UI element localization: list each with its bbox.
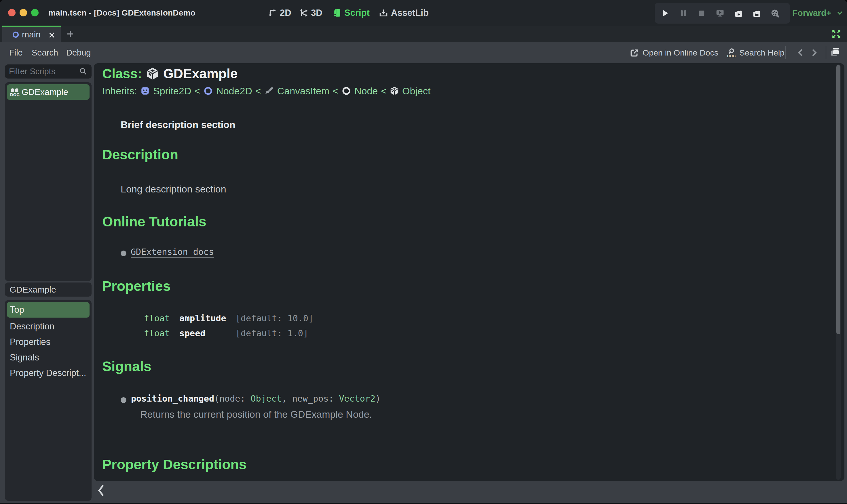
member-item-label: Properties [10, 334, 50, 350]
workspace-tab-script[interactable]: Script [332, 0, 370, 25]
stop-button[interactable] [695, 7, 708, 20]
menu-debug-label: Debug [66, 48, 91, 57]
history-forward-button[interactable] [808, 47, 819, 58]
property-type[interactable]: float [134, 313, 170, 323]
window-controls [8, 9, 39, 16]
documentation-icon: DOC [10, 87, 20, 97]
menu-file-label: File [9, 48, 23, 57]
workspace-assetlib-label: AssetLib [391, 8, 429, 18]
inherits-label: Inherits: [102, 86, 137, 97]
open-in-online-docs-button[interactable]: Open in Online Docs [629, 42, 718, 64]
inherits-link-node2d[interactable]: Node2D [216, 86, 252, 97]
workspace-tab-assetlib[interactable]: AssetLib [379, 0, 429, 25]
signal-arg1-type[interactable]: Object [250, 394, 281, 403]
tutorial-link[interactable]: GDExtension docs [131, 247, 214, 258]
chevron-down-icon [836, 9, 844, 17]
menu-file[interactable]: File [9, 42, 23, 64]
toolbar-separator [785, 46, 786, 59]
add-scene-tab-button[interactable] [66, 29, 75, 39]
property-name[interactable]: speed [179, 328, 205, 338]
member-item-description[interactable]: Description [7, 319, 89, 334]
filter-scripts-input[interactable]: Filter Scripts [5, 65, 91, 78]
property-name[interactable]: amplitude [179, 313, 226, 323]
movie-maker-button[interactable] [769, 7, 781, 20]
node-icon [342, 86, 351, 96]
script-item-label: GDExample [22, 84, 68, 100]
inherits-link-node[interactable]: Node [355, 86, 378, 97]
sprite2d-icon [140, 86, 150, 96]
scene-tab-label: main [22, 30, 40, 39]
member-item-properties[interactable]: Properties [7, 334, 89, 350]
member-item-signals[interactable]: Signals [7, 350, 89, 365]
script-editor-menu-bar: File Search Debug Open in Online Docs DO… [0, 42, 847, 64]
inherits-link-object[interactable]: Object [402, 86, 430, 97]
play-button[interactable] [659, 7, 671, 20]
inherits-separator: < [381, 86, 387, 97]
minimize-window-button[interactable] [20, 9, 27, 16]
script-icon [332, 8, 342, 18]
close-tab-icon[interactable] [48, 31, 56, 39]
svg-text:DOC: DOC [727, 54, 736, 58]
scene-root-icon [12, 31, 20, 39]
class-title: Class: GDExample [102, 65, 238, 83]
inherits-link-canvasitem[interactable]: CanvasItem [277, 86, 329, 97]
play-icon [660, 8, 670, 18]
external-link-icon [629, 48, 639, 58]
pause-button[interactable] [677, 7, 690, 20]
long-description: Long description section [121, 183, 226, 195]
section-heading-property-descriptions: Property Descriptions [102, 456, 246, 472]
run-bar [655, 3, 790, 23]
workspace-tab-3d[interactable]: 3D [299, 0, 323, 25]
zoom-window-button[interactable] [31, 9, 39, 16]
scene-tab-main[interactable]: main [2, 25, 61, 42]
pause-icon [679, 8, 688, 18]
rendering-method-label: Forward+ [792, 8, 831, 18]
doc-search-icon: DOC [726, 48, 737, 58]
inherits-separator: < [194, 86, 200, 97]
section-heading-properties: Properties [102, 278, 170, 294]
inherits-line: Inherits: Sprite2D < Node2D < [102, 84, 430, 98]
script-item-gdexample[interactable]: DOC GDExample [7, 84, 89, 100]
play-remote-icon [715, 8, 725, 18]
members-overview-class-name: GDExample [10, 283, 56, 296]
scene-tab-bar: main [0, 25, 847, 42]
workspace-script-label: Script [344, 8, 370, 18]
filter-scripts-placeholder: Filter Scripts [9, 65, 55, 78]
section-heading-tutorials: Online Tutorials [102, 214, 206, 230]
scripts-panel-toggle-icon[interactable] [830, 47, 840, 57]
3d-icon [299, 8, 308, 18]
members-overview-list: Top Description Properties Signals Prope… [5, 300, 91, 501]
rendering-method-dropdown[interactable]: Forward+ [792, 0, 844, 25]
signal-description: Returns the current position of the GDEx… [140, 409, 372, 420]
workspace-tab-2d[interactable]: 2D [268, 0, 291, 25]
signal-name[interactable]: position_changed [131, 394, 214, 403]
window-title: main.tscn - [Docs] GDExtensionDemo [48, 0, 195, 25]
member-item-top[interactable]: Top [7, 302, 89, 318]
menu-search[interactable]: Search [32, 42, 58, 64]
menu-debug[interactable]: Debug [66, 42, 91, 64]
inherits-link-sprite2d[interactable]: Sprite2D [153, 86, 191, 97]
svg-text:DOC: DOC [10, 92, 20, 97]
distraction-free-mode-button[interactable] [831, 29, 841, 39]
member-item-label: Signals [10, 350, 39, 365]
toolbar-separator-2 [826, 46, 826, 59]
search-help-label: Search Help [739, 48, 784, 57]
signal-arg2-type[interactable]: Vector2 [339, 394, 375, 403]
section-heading-signals: Signals [102, 358, 152, 374]
history-back-button[interactable] [795, 47, 806, 58]
movie-maker-icon [771, 8, 780, 18]
property-type[interactable]: float [134, 328, 170, 338]
script-editor-workspace: Filter Scripts DOC GDExample GDExample T… [0, 64, 847, 503]
play-scene-button[interactable] [732, 7, 745, 20]
doc-scrollbar-grabber[interactable] [836, 65, 841, 334]
play-custom-scene-icon [752, 8, 761, 18]
signal-signature: position_changed(node: Object, new_pos: … [131, 394, 381, 403]
play-custom-scene-button[interactable] [750, 7, 763, 20]
signal-punct: , new_pos: [282, 394, 339, 403]
scripts-panel-collapse-button[interactable] [96, 484, 106, 497]
member-item-property-descriptions[interactable]: Property Descript... [7, 365, 89, 381]
2d-icon [268, 8, 277, 18]
play-remote-button[interactable] [714, 7, 726, 20]
close-window-button[interactable] [8, 9, 16, 16]
search-help-button[interactable]: DOC Search Help [726, 42, 784, 64]
